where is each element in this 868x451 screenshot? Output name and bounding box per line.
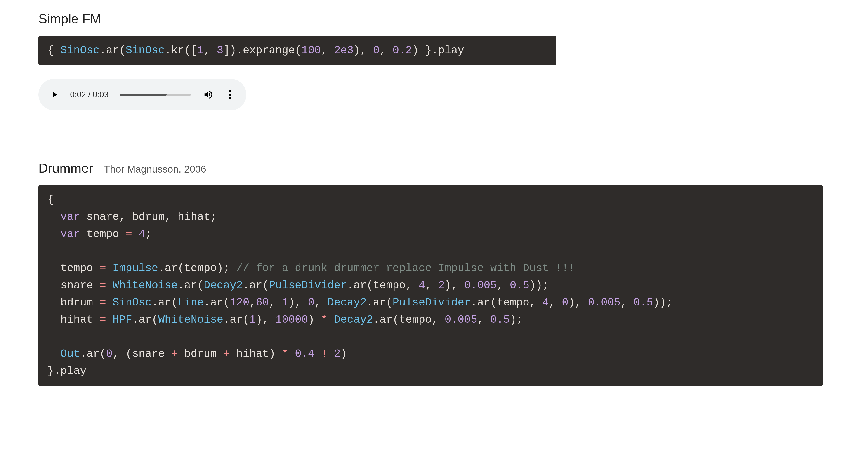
code-token-op: !	[321, 348, 328, 360]
code-token-num: 0	[562, 296, 568, 309]
code-token-key: var	[61, 211, 80, 223]
code-token-plain: .ar(tempo,	[471, 296, 542, 309]
code-token-class: SinOsc	[126, 44, 165, 57]
code-token-plain: snare	[48, 279, 99, 291]
code-token-plain	[48, 211, 61, 223]
code-token-plain: tempo	[48, 262, 99, 274]
code-token-num: 0.2	[393, 44, 412, 57]
code-token-class: Impulse	[113, 262, 158, 274]
code-token-num: 4	[138, 228, 145, 240]
code-token-plain: .ar(	[223, 314, 249, 326]
audio-seek-track[interactable]	[120, 94, 191, 96]
code-token-plain: .ar(	[80, 348, 106, 360]
code-token-plain: tempo	[80, 228, 126, 240]
code-token-class: PulseDivider	[393, 296, 471, 309]
code-block-drummer[interactable]: { var snare, bdrum, hihat; var tempo = 4…	[38, 185, 823, 386]
code-token-plain	[328, 314, 334, 326]
code-token-num: 2	[334, 348, 341, 360]
audio-time-sep: /	[86, 90, 93, 99]
code-token-num: 100	[301, 44, 321, 57]
code-token-plain: ;	[145, 228, 152, 240]
code-token-plain: )	[340, 348, 347, 360]
code-token-num: 0.005	[445, 314, 477, 326]
audio-progress-fill	[120, 94, 166, 96]
code-token-plain	[288, 348, 295, 360]
code-token-num: 3	[217, 44, 223, 57]
code-token-class: Decay2	[328, 296, 367, 309]
code-token-plain: .ar(	[204, 296, 230, 309]
audio-total-time: 0:03	[93, 90, 108, 99]
code-token-class: PulseDivider	[269, 279, 347, 291]
code-token-plain: .ar(	[366, 296, 393, 309]
code-token-class: Decay2	[334, 314, 373, 326]
code-token-op: =	[126, 228, 132, 240]
code-block-fm[interactable]: { SinOsc.ar(SinOsc.kr([1, 3]).exprange(1…	[38, 36, 556, 66]
play-button[interactable]	[49, 88, 61, 101]
code-token-comment: // for a drunk drummer replace Impulse w…	[236, 262, 575, 274]
section-title-drummer-text: Drummer	[38, 161, 93, 175]
code-token-num: 0	[308, 296, 314, 309]
code-token-plain: .kr([	[164, 44, 197, 57]
section-title-fm: Simple FM	[38, 11, 830, 27]
code-token-num: 120	[230, 296, 249, 309]
code-token-num: 0.5	[510, 279, 529, 291]
code-token-plain: ,	[620, 296, 633, 309]
code-token-plain: ),	[288, 296, 308, 309]
section-byline-drummer: – Thor Magnusson, 2006	[93, 164, 206, 175]
volume-button[interactable]	[202, 88, 215, 101]
code-token-plain: hihat	[48, 314, 99, 326]
code-token-plain: bdrum	[48, 296, 99, 309]
code-token-plain: ),	[256, 314, 275, 326]
code-token-plain: ,	[269, 296, 282, 309]
code-token-plain	[132, 228, 138, 240]
code-token-plain: ,	[477, 314, 490, 326]
code-token-plain: ,	[321, 44, 334, 57]
code-token-plain: }.play	[48, 365, 87, 377]
volume-icon	[203, 90, 214, 100]
code-token-class: SinOsc	[61, 44, 100, 57]
code-token-plain: .ar(	[178, 279, 204, 291]
code-token-num: 1	[282, 296, 288, 309]
code-token-class: Line	[178, 296, 204, 309]
code-token-plain: .ar(	[99, 44, 125, 57]
code-token-plain: .ar(tempo,	[347, 279, 418, 291]
section-title-fm-text: Simple FM	[38, 11, 101, 26]
code-token-num: 2e3	[334, 44, 353, 57]
code-token-plain: .ar(	[132, 314, 158, 326]
code-token-plain	[106, 262, 113, 274]
code-token-plain	[106, 314, 113, 326]
code-token-num: 1	[197, 44, 204, 57]
code-token-plain: ,	[379, 44, 393, 57]
code-token-plain	[328, 348, 334, 360]
audio-menu-button[interactable]	[224, 88, 237, 101]
audio-current-time: 0:02	[70, 90, 86, 99]
code-token-op: +	[171, 348, 178, 360]
svg-point-0	[229, 90, 231, 92]
code-token-plain: ,	[314, 296, 328, 309]
code-token-plain: bdrum	[178, 348, 223, 360]
code-token-plain	[106, 296, 113, 309]
code-token-plain: ,	[249, 296, 256, 309]
svg-point-2	[229, 97, 231, 99]
code-token-num: 0.005	[588, 296, 620, 309]
code-token-plain: )	[308, 314, 321, 326]
code-token-plain: .ar(	[243, 279, 269, 291]
code-token-num: 0.4	[295, 348, 314, 360]
code-token-plain: ));	[653, 296, 673, 309]
code-token-op: =	[99, 262, 106, 274]
code-token-plain: ));	[529, 279, 549, 291]
play-icon	[50, 90, 59, 99]
code-token-op: +	[223, 348, 230, 360]
code-token-plain: {	[48, 194, 54, 206]
code-token-num: 0.5	[490, 314, 510, 326]
code-token-plain: snare, bdrum, hihat;	[80, 211, 217, 223]
code-token-class: Decay2	[204, 279, 243, 291]
code-token-num: 0.005	[464, 279, 497, 291]
code-token-plain: ]).exprange(	[223, 44, 302, 57]
code-token-num: 1	[249, 314, 256, 326]
code-token-plain	[48, 348, 61, 360]
code-token-plain: );	[510, 314, 523, 326]
code-token-plain: , (snare	[113, 348, 171, 360]
code-token-num: 2	[438, 279, 445, 291]
code-token-plain: {	[48, 44, 61, 57]
